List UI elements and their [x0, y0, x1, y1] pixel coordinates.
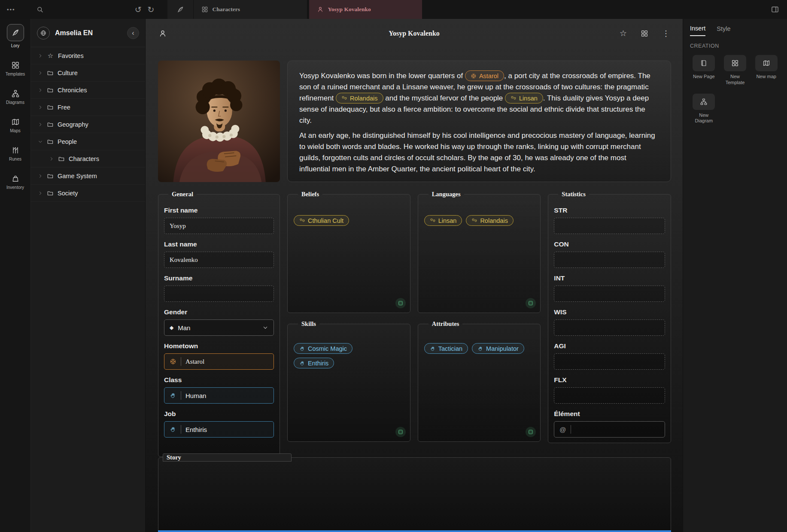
document-actions: ☆ ⋮: [620, 28, 670, 38]
search-button[interactable]: [36, 6, 44, 14]
tab-home[interactable]: [167, 0, 194, 19]
stat-str-input[interactable]: [554, 218, 665, 234]
stat-wis-input[interactable]: [554, 319, 665, 336]
new-diagram-button[interactable]: New Diagram: [690, 94, 718, 125]
tag-rolandais[interactable]: Rolandais: [466, 215, 514, 226]
hometown-value: Astarol: [185, 358, 204, 365]
favorite-button[interactable]: ☆: [620, 28, 627, 38]
tab-yosyp-kovalenko[interactable]: Yosyp Kovalenko: [309, 0, 422, 19]
sidebar-item-characters[interactable]: Characters: [31, 150, 145, 167]
general-panel: General First name Last name Surname: [158, 191, 280, 457]
biography-text-block[interactable]: Yosyp Kovalenko was born in the lower qu…: [287, 61, 671, 182]
element-input[interactable]: @: [554, 421, 665, 438]
diagram-icon: [11, 89, 20, 98]
first-name-input[interactable]: [164, 218, 274, 234]
stat-con-input[interactable]: [554, 252, 665, 268]
dice-icon: [528, 429, 534, 435]
tag-manipulator[interactable]: Manipulator: [472, 343, 524, 354]
new-map-button[interactable]: New map: [752, 55, 780, 86]
tab-insert[interactable]: Insert: [690, 25, 705, 36]
tag-label: Linsan: [438, 217, 457, 224]
toggle-right-panel-button[interactable]: [771, 5, 779, 14]
last-name-input[interactable]: [164, 252, 274, 268]
star-icon: ☆: [47, 52, 54, 60]
tag-cosmic-magic[interactable]: Cosmic Magic: [294, 343, 352, 354]
dice-roll-button[interactable]: [395, 427, 406, 437]
sidebar-item-label: Characters: [69, 155, 99, 162]
redo-button[interactable]: ↻: [148, 5, 155, 15]
undo-button[interactable]: ↺: [135, 5, 142, 15]
skills-panel: Skills Cosmic Magic Enthiris: [287, 320, 410, 442]
tag-tactician[interactable]: Tactician: [424, 343, 468, 354]
dice-roll-button[interactable]: [526, 298, 536, 308]
chevron-left-icon: ‹: [132, 29, 134, 36]
sidebar-item-geography[interactable]: Geography: [31, 116, 145, 133]
new-map-label: New map: [756, 74, 776, 80]
hometown-input[interactable]: Astarol: [164, 353, 274, 370]
layout-grid-button[interactable]: [641, 29, 648, 37]
masks-icon: [430, 218, 436, 224]
tab-style[interactable]: Style: [717, 25, 730, 36]
sidebar-item-chronicles[interactable]: Chronicles: [31, 82, 145, 99]
rail-item-templates[interactable]: Templates: [0, 61, 30, 76]
stat-agi-input[interactable]: [554, 353, 665, 370]
mention-astarol[interactable]: Astarol: [465, 70, 504, 81]
hometown-label: Hometown: [164, 342, 274, 350]
dice-roll-button[interactable]: [395, 298, 406, 308]
mention-linsan[interactable]: Linsan: [505, 93, 543, 103]
stat-flx-label: FLX: [554, 376, 665, 384]
sidebar-item-people[interactable]: People: [31, 133, 145, 150]
hand-icon: [299, 346, 305, 352]
hero-row: Yosyp Kovalenko was born in the lower qu…: [158, 61, 671, 182]
gender-value: Man: [178, 324, 190, 331]
tab-characters[interactable]: Characters: [194, 0, 307, 19]
layout-icon: [771, 5, 779, 14]
surname-input[interactable]: [164, 286, 274, 302]
new-template-button[interactable]: New Template: [721, 55, 749, 86]
document-area: Yosyp Kovalenko ☆ ⋮: [146, 19, 683, 532]
dice-roll-button[interactable]: [526, 427, 536, 437]
rail-item-diagrams[interactable]: Diagrams: [0, 89, 30, 105]
class-value: Human: [185, 392, 206, 399]
tag-cthulian-cult[interactable]: Cthulian Cult: [294, 215, 349, 226]
rail-item-lory[interactable]: Lory: [0, 24, 30, 48]
sidebar-item-game-system[interactable]: Game System: [31, 167, 145, 185]
hand-icon: [170, 426, 176, 433]
tag-enthiris[interactable]: Enthiris: [294, 358, 334, 368]
mention-rolandais[interactable]: Rolandais: [336, 93, 383, 103]
stat-flx-input[interactable]: [554, 387, 665, 404]
character-portrait[interactable]: [158, 61, 280, 182]
window-menu-button[interactable]: •••: [7, 6, 15, 13]
bio-paragraph-2: At an early age, he distinguished himsel…: [299, 130, 659, 175]
sidebar-item-label: Chronicles: [58, 87, 87, 94]
new-page-button[interactable]: New Page: [690, 55, 718, 86]
tag-label: Cosmic Magic: [308, 345, 347, 352]
last-name-label: Last name: [164, 240, 274, 248]
class-input[interactable]: Human: [164, 387, 274, 404]
chevron-right-icon: [38, 53, 43, 58]
input-divider: [181, 391, 181, 400]
sidebar-item-free[interactable]: Free: [31, 99, 145, 116]
more-options-button[interactable]: ⋮: [662, 29, 670, 38]
mention-label: Astarol: [479, 70, 498, 82]
sidebar-item-society[interactable]: Society: [31, 185, 145, 202]
diamond-icon: ◆: [170, 325, 173, 331]
tag-linsan[interactable]: Linsan: [424, 215, 462, 226]
page-type-button[interactable]: [158, 29, 167, 38]
rail-item-runes[interactable]: Runes: [0, 146, 30, 161]
masks-icon: [510, 95, 517, 101]
hand-icon: [170, 392, 176, 399]
chevron-right-icon: [49, 156, 54, 161]
sidebar-item-culture[interactable]: Culture: [31, 64, 145, 82]
gender-select[interactable]: ◆ Man: [164, 319, 274, 336]
hand-icon: [430, 346, 436, 352]
job-input[interactable]: Enthiris: [164, 421, 274, 438]
project-sidebar: Amselia EN ‹ ☆ Favorites Culture Chronic…: [31, 19, 146, 532]
collapse-sidebar-button[interactable]: ‹: [127, 27, 139, 39]
stat-int-input[interactable]: [554, 286, 665, 302]
sidebar-item-favorites[interactable]: ☆ Favorites: [31, 47, 145, 64]
rail-item-maps[interactable]: Maps: [0, 118, 30, 133]
rail-item-inventory[interactable]: Inventory: [0, 174, 30, 190]
story-editor[interactable]: [158, 462, 671, 526]
project-avatar[interactable]: [37, 27, 50, 40]
